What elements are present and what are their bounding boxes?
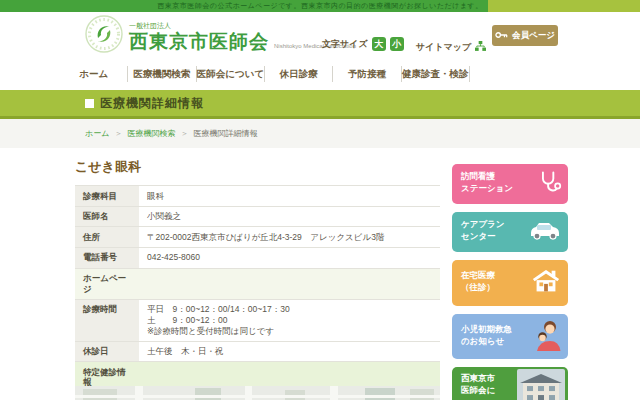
table-row: 住所 〒202-0002西東京市ひばりが丘北4-3-29 アレックスビル3階: [75, 227, 440, 248]
car-icon: [528, 220, 562, 244]
hours-saturday: 土 9：00~12：00: [147, 315, 432, 326]
clinic-name-heading: こせき眼科: [75, 158, 440, 176]
hours-weekday: 平日 9：00~12：00/14：00~17：30: [147, 304, 432, 315]
access-map[interactable]: [75, 386, 440, 400]
table-row: 電話番号 042-425-8060: [75, 247, 440, 268]
font-size-small-button[interactable]: 小: [390, 37, 404, 51]
sitemap-link[interactable]: サイトマップ: [416, 38, 486, 56]
nav-item-holiday[interactable]: 休日診療: [265, 66, 333, 82]
main-content: こせき眼科 診療科目 眼科 医師名 小関義之 住所 〒202-0002西東京市ひ…: [0, 148, 640, 400]
row-value: 小関義之: [139, 206, 440, 227]
org-type-label: 一般社団法人: [129, 21, 356, 31]
table-row: ホームページ: [75, 268, 440, 299]
page-title: 医療機関詳細情報: [100, 95, 204, 112]
row-value: 平日 9：00~12：00/14：00~17：30 土 9：00~12：00 ※…: [139, 299, 440, 341]
top-meta-bar: 西東京市医師会の公式ホームページです。西東京市内の目的の医療機関がお探しいただけ…: [0, 0, 640, 12]
font-size-large-button[interactable]: 大: [372, 37, 386, 51]
house-icon: [530, 268, 562, 298]
site-logo[interactable]: 一般社団法人 西東京市医師会 Nishitokyo Medical Associ…: [85, 15, 356, 57]
font-size-control: 文字サイズ 大 小: [322, 37, 404, 51]
page: 西東京市医師会の公式ホームページです。西東京市内の目的の医療機関がお探しいただけ…: [0, 0, 640, 400]
association-badge-icon: [85, 15, 123, 57]
sitemap-label: サイトマップ: [416, 41, 471, 54]
table-row: 医師名 小関義之: [75, 206, 440, 227]
hours-note: ※診療時間と受付時間は同じです: [147, 326, 432, 337]
font-size-label: 文字サイズ: [322, 38, 368, 51]
row-label: 休診日: [75, 341, 139, 362]
row-label: 診療時間: [75, 299, 139, 341]
table-row: 休診日 土午後 木・日・祝: [75, 341, 440, 362]
member-page-button[interactable]: 会員ページ: [492, 25, 558, 46]
table-row: 診療時間 平日 9：00~12：00/14：00~17：30 土 9：00~12…: [75, 299, 440, 341]
banner-home-medical-care[interactable]: 在宅医療 （往診）: [452, 260, 568, 306]
page-title-banner: 医療機関詳細情報: [0, 90, 640, 119]
nav-item-home[interactable]: ホーム: [60, 66, 128, 82]
clinic-detail: こせき眼科 診療科目 眼科 医師名 小関義之 住所 〒202-0002西東京市ひ…: [75, 158, 440, 400]
row-value: 042-425-8060: [139, 247, 440, 268]
parent-child-icon: [532, 319, 562, 355]
banner-visiting-nurse-station[interactable]: 訪問看護 ステーション: [452, 164, 568, 204]
clinic-detail-table: 診療科目 眼科 医師名 小関義之 住所 〒202-0002西東京市ひばりが丘北4…: [75, 185, 440, 400]
row-value: 土午後 木・日・祝: [139, 341, 440, 362]
title-square-icon: [85, 99, 94, 108]
banner-join-medical-association[interactable]: 西東京市 医師会に: [452, 367, 568, 400]
row-label: ホームページ: [75, 268, 139, 299]
breadcrumb-current: 医療機関詳細情報: [193, 128, 257, 139]
site-title: 西東京市医師会: [129, 32, 269, 51]
global-nav: ホーム 医療機関検索 医師会について 休日診療 予防接種 健康診査・検診: [0, 57, 640, 90]
row-label: 住所: [75, 227, 139, 248]
breadcrumb-home[interactable]: ホーム: [85, 128, 109, 139]
row-value: 〒202-0002西東京市ひばりが丘北4-3-29 アレックスビル3階: [139, 227, 440, 248]
row-value: [139, 268, 440, 299]
site-header: 一般社団法人 西東京市医師会 Nishitokyo Medical Associ…: [0, 12, 640, 57]
meta-bar-text: 西東京市医師会の公式ホームページです。西東京市内の目的の医療機関がお探しいただけ…: [157, 2, 482, 9]
row-label: 診療科目: [75, 186, 139, 207]
row-label: 医師名: [75, 206, 139, 227]
key-icon: [495, 31, 508, 41]
sidebar-banners: 訪問看護 ステーション ケアプラン センター: [452, 164, 568, 400]
breadcrumb-separator: ＞: [180, 128, 188, 139]
row-value: 眼科: [139, 186, 440, 207]
nav-item-search[interactable]: 医療機関検索: [128, 66, 196, 82]
nav-item-checkup[interactable]: 健康診査・検診: [402, 66, 470, 82]
nav-item-vaccination[interactable]: 予防接種: [333, 66, 401, 82]
sitemap-icon: [475, 38, 486, 56]
table-row: 診療科目 眼科: [75, 186, 440, 207]
breadcrumb-search[interactable]: 医療機関検索: [127, 128, 175, 139]
stethoscope-icon: [536, 169, 562, 199]
building-photo: [517, 369, 565, 400]
row-label: 電話番号: [75, 247, 139, 268]
banner-care-plan-center[interactable]: ケアプラン センター: [452, 212, 568, 252]
breadcrumb: ホーム ＞ 医療機関検索 ＞ 医療機関詳細情報: [0, 119, 640, 148]
meta-accent-block: [488, 0, 640, 12]
breadcrumb-separator: ＞: [114, 128, 122, 139]
banner-pediatric-emergency-notice[interactable]: 小児初期救急 のお知らせ: [452, 314, 568, 359]
member-page-label: 会員ページ: [512, 30, 555, 42]
nav-item-about[interactable]: 医師会について: [197, 66, 265, 82]
